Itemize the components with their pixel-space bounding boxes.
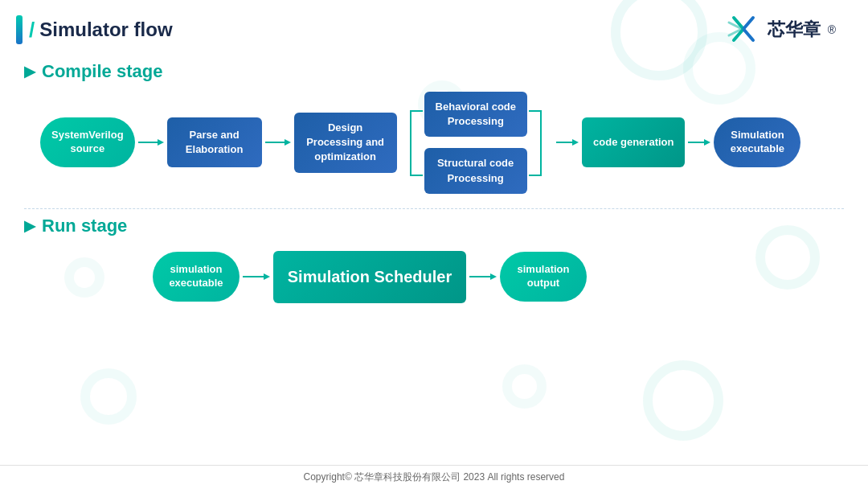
footer: Copyright© 芯华章科技股份有限公司 2023 All rights r… — [0, 465, 868, 489]
behavioral-row: Behavioral code Processing — [424, 92, 527, 137]
svg-marker-7 — [704, 139, 710, 146]
stage-arrow-icon: ▶ — [24, 63, 35, 80]
node-code-gen: code generation — [582, 117, 685, 167]
merge-section — [529, 102, 553, 183]
node-systemverilog: SystemVerilog source — [40, 117, 135, 167]
node-scheduler: Simulation Scheduler — [273, 251, 466, 303]
run-stage-arrow-icon: ▶ — [24, 217, 35, 235]
run-stage-title: ▶ Run stage — [24, 216, 844, 236]
node-design: Design Processing and optimization — [294, 113, 397, 173]
logo-registered: ® — [828, 23, 836, 36]
header-left: / Simulator flow — [16, 15, 173, 44]
run-stage: ▶ Run stage simulation executable Simula… — [0, 209, 868, 311]
page-title: Simulator flow — [39, 18, 172, 41]
arrow-2 — [264, 137, 293, 148]
branch-nodes: Behavioral code Processing Structural co… — [424, 92, 527, 194]
svg-marker-9 — [264, 273, 270, 280]
run-flow: simulation executable Simulation Schedul… — [24, 243, 844, 306]
run-arrow-1 — [241, 271, 272, 282]
node-behavioral: Behavioral code Processing — [424, 92, 527, 137]
node-parse: Parse and Elaboration — [167, 117, 262, 167]
svg-marker-1 — [158, 139, 164, 146]
svg-marker-5 — [572, 139, 579, 146]
arrow-4 — [686, 137, 712, 148]
node-structural: Structural code Processing — [424, 148, 527, 193]
arrow-1 — [137, 137, 166, 148]
structural-row: Structural code Processing — [424, 148, 527, 193]
arrow-3 — [555, 137, 580, 148]
run-arrow-2 — [468, 271, 498, 282]
svg-marker-11 — [490, 273, 497, 280]
logo-area: 芯华章 ® — [726, 14, 836, 45]
header-accent-bar — [16, 15, 23, 44]
node-sim-output: simulation output — [500, 252, 587, 302]
compile-flow: SystemVerilog source Parse and Elaborati… — [24, 88, 844, 197]
header: / Simulator flow 芯华章 ® — [0, 0, 868, 53]
svg-marker-3 — [285, 139, 291, 146]
header-slash-icon: / — [29, 18, 35, 43]
compile-stage-title: ▶ Compile stage — [24, 61, 844, 82]
node-sim-exec-run: simulation executable — [153, 252, 240, 302]
logo-icon — [726, 14, 761, 45]
logo-text: 芯华章 — [768, 18, 821, 42]
node-sim-exec-compile: Simulation executable — [714, 117, 800, 167]
fork-section — [399, 102, 423, 183]
compile-stage: ▶ Compile stage SystemVerilog source Par… — [0, 53, 868, 202]
